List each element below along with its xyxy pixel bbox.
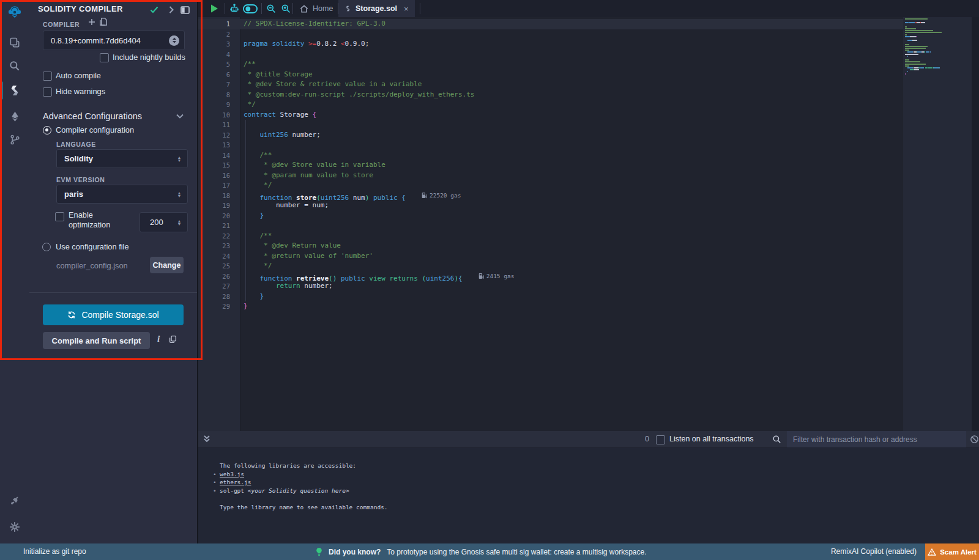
pin-panel-icon[interactable] bbox=[180, 5, 190, 15]
code-line[interactable]: 19 number = num; bbox=[198, 201, 903, 211]
toolbar-separator bbox=[261, 3, 262, 14]
compile-button[interactable]: Compile Storage.sol bbox=[43, 304, 184, 325]
code-line[interactable]: 27 return number; bbox=[198, 281, 903, 292]
search-icon[interactable] bbox=[7, 59, 22, 73]
code-text: } bbox=[244, 211, 264, 221]
code-line[interactable]: 25 */ bbox=[198, 261, 903, 271]
code-line[interactable]: 11 bbox=[198, 120, 903, 130]
transaction-filter-input[interactable] bbox=[787, 431, 966, 448]
code-line[interactable]: 21 bbox=[198, 221, 903, 231]
info-icon[interactable]: i bbox=[157, 334, 160, 344]
copilot-toggle[interactable] bbox=[243, 3, 258, 14]
minimap-line bbox=[905, 44, 909, 45]
remix-logo[interactable] bbox=[7, 5, 22, 20]
code-line[interactable]: 8 * @custom:dev-run-script ./scripts/dep… bbox=[198, 90, 903, 100]
auto-compile-label: Auto compile bbox=[56, 71, 101, 80]
editor-scrollbar[interactable] bbox=[972, 17, 979, 431]
deploy-and-run-icon[interactable] bbox=[7, 109, 22, 123]
terminal-line bbox=[198, 495, 979, 503]
code-editor[interactable]: 1// SPDX-License-Identifier: GPL-3.023pr… bbox=[198, 17, 979, 431]
auto-compile-checkbox[interactable] bbox=[43, 72, 52, 81]
code-line[interactable]: 4 bbox=[198, 50, 903, 60]
code-line[interactable]: 16 * @param num value to store bbox=[198, 171, 903, 181]
did-you-know-text: To prototype using the Gnosis safe multi… bbox=[387, 548, 646, 556]
code-line[interactable]: 15 * @dev Store value in variable bbox=[198, 160, 903, 171]
settings-icon[interactable] bbox=[7, 520, 22, 534]
use-configuration-file-radio[interactable] bbox=[42, 243, 51, 251]
code-line[interactable]: 23 * @dev Return value bbox=[198, 241, 903, 251]
scam-alert-label: Scam Alert bbox=[940, 548, 977, 556]
minimap[interactable] bbox=[903, 17, 972, 431]
git-init-status[interactable]: Initialize as git repo bbox=[23, 547, 86, 556]
transaction-count-badge: 0 bbox=[645, 435, 649, 443]
compiler-version-select[interactable]: 0.8.19+commit.7dd6d404 bbox=[43, 31, 185, 50]
scam-alert-button[interactable]: Scam Alert bbox=[925, 543, 979, 560]
compile-and-run-button[interactable]: Compile and Run script bbox=[43, 332, 150, 349]
code-line[interactable]: 24 * @return value of 'number' bbox=[198, 251, 903, 262]
run-script-play-button[interactable] bbox=[209, 3, 220, 14]
code-line[interactable]: 13 bbox=[198, 140, 903, 150]
change-config-button[interactable]: Change bbox=[150, 257, 184, 273]
language-select[interactable]: Solidity ▲▼ bbox=[56, 149, 188, 168]
terminal-search-icon[interactable] bbox=[772, 435, 781, 444]
evm-version-label: EVM VERSION bbox=[56, 176, 105, 183]
code-line[interactable]: 29} bbox=[198, 301, 903, 312]
code-line[interactable]: 17 */ bbox=[198, 180, 903, 191]
code-line[interactable]: 10contract Storage { bbox=[198, 110, 903, 120]
zoom-out-icon[interactable] bbox=[266, 3, 277, 14]
code-line[interactable]: 3pragma solidity >=0.8.2 <0.9.0; bbox=[198, 39, 903, 50]
line-number: 4 bbox=[198, 50, 230, 60]
copy-icon[interactable] bbox=[169, 335, 177, 344]
include-nightly-checkbox[interactable] bbox=[100, 53, 109, 62]
expand-terminal-double-chevron-icon[interactable] bbox=[203, 435, 210, 443]
code-line[interactable]: 2 bbox=[198, 29, 903, 40]
terminal-text: Type the library name to see available c… bbox=[220, 504, 388, 510]
terminal-panel: 0 Listen on all transactions The followi… bbox=[198, 431, 979, 543]
code-text: return number; bbox=[244, 281, 333, 292]
advanced-configurations-header[interactable]: Advanced Configurations bbox=[43, 111, 142, 121]
code-line[interactable]: 28 } bbox=[198, 292, 903, 302]
copilot-robot-icon[interactable] bbox=[229, 3, 240, 14]
terminal-link[interactable]: ethers.js bbox=[220, 479, 251, 485]
code-line[interactable]: 6 * @title Storage bbox=[198, 70, 903, 80]
refresh-icon bbox=[67, 311, 76, 319]
code-line[interactable]: 7 * @dev Store & retrieve value in a var… bbox=[198, 79, 903, 90]
code-line[interactable]: 14 /** bbox=[198, 150, 903, 161]
code-line[interactable]: 18 function store(uint256 num) public {2… bbox=[198, 191, 903, 201]
git-icon[interactable] bbox=[7, 132, 22, 147]
code-line[interactable]: 5/** bbox=[198, 59, 903, 70]
hide-warnings-checkbox[interactable] bbox=[43, 87, 52, 97]
evm-version-select[interactable]: paris ▲▼ bbox=[56, 185, 188, 204]
add-custom-compiler-icon[interactable] bbox=[87, 18, 96, 26]
copilot-status[interactable]: RemixAI Copilot (enabled) bbox=[831, 547, 917, 556]
clear-console-ban-icon[interactable] bbox=[970, 435, 979, 444]
plugin-manager-icon[interactable] bbox=[7, 494, 22, 509]
did-you-know-title: Did you know? bbox=[329, 548, 381, 556]
code-line[interactable]: 22 /** bbox=[198, 231, 903, 241]
solidity-compiler-icon[interactable] bbox=[7, 83, 22, 98]
code-line[interactable]: 9 */ bbox=[198, 100, 903, 110]
terminal-output[interactable]: The following libraries are accessible:•… bbox=[198, 448, 979, 543]
tab-storage-sol[interactable]: Storage.sol × bbox=[338, 0, 415, 17]
code-line[interactable]: 12 uint256 number; bbox=[198, 130, 903, 141]
enable-optimization-checkbox[interactable] bbox=[55, 212, 64, 221]
zoom-in-icon[interactable] bbox=[280, 3, 291, 14]
terminal-link[interactable]: web3.js bbox=[220, 471, 244, 477]
tab-home[interactable]: Home bbox=[294, 0, 339, 17]
terminal-line: Type the library name to see available c… bbox=[198, 503, 979, 512]
code-line[interactable]: 1// SPDX-License-Identifier: GPL-3.0 bbox=[198, 19, 903, 29]
advanced-chevron-down-icon[interactable] bbox=[176, 114, 184, 119]
panel-forward-icon[interactable] bbox=[166, 5, 176, 15]
code-line[interactable]: 26 function retrieve() public view retur… bbox=[198, 271, 903, 282]
evm-version-value: paris bbox=[57, 190, 177, 199]
code-line[interactable]: 20 } bbox=[198, 211, 903, 221]
optimization-runs-input[interactable]: 200 ▲▼ bbox=[140, 212, 188, 232]
toolbar-separator bbox=[420, 3, 420, 14]
compiler-section-label: COMPILER bbox=[43, 21, 80, 28]
listen-all-transactions-checkbox[interactable] bbox=[656, 435, 665, 444]
open-compiler-file-icon[interactable] bbox=[99, 17, 108, 26]
editor-area: Home Storage.sol × 1// SPDX-License-Iden… bbox=[198, 0, 979, 431]
compiler-configuration-radio[interactable] bbox=[43, 126, 51, 134]
file-explorer-icon[interactable] bbox=[7, 35, 22, 50]
close-tab-icon[interactable]: × bbox=[404, 4, 409, 13]
